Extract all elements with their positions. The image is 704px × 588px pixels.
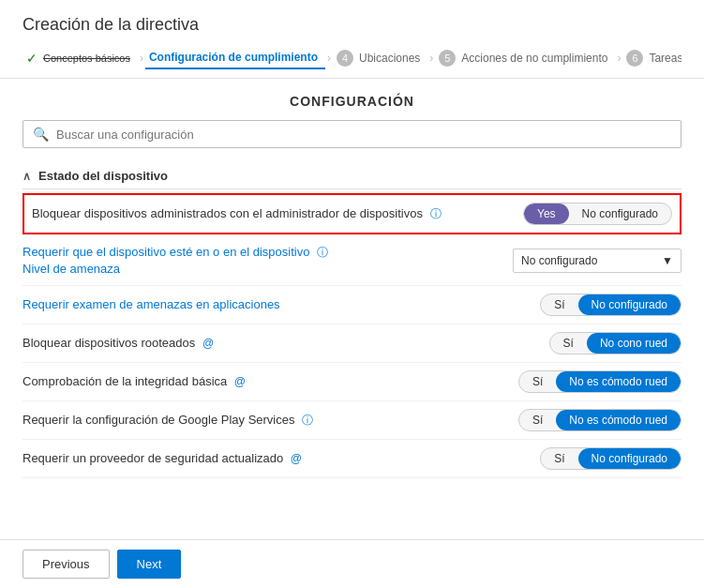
step-acciones[interactable]: 5 Acciones de no cumplimiento [435,46,615,70]
dropdown-2[interactable]: No configurado ▼ [513,249,682,273]
toggle-no-7[interactable]: No configurado [578,448,681,469]
info-icon-6[interactable]: ⓘ [302,414,313,427]
toggle-si-7[interactable]: Sí [541,448,577,469]
toggle-btn-5[interactable]: Sí No es cómodo rued [518,370,682,393]
config-label-4: Bloquear dispositivos rooteados @ [22,335,549,352]
toggle-control-6: Sí No es cómodo rued [518,409,682,431]
config-row-6: Requerir la configuración de Google Play… [22,401,682,440]
toggle-no-configurado[interactable]: No configurado [569,204,671,224]
step-tareas-num: 6 [626,50,643,67]
step-configuracion[interactable]: Configuración de cumplimiento [145,47,325,69]
step-ubicaciones-num: 4 [337,50,353,67]
group-header[interactable]: ∧ Estado del dispositivo [22,163,682,189]
config-label-6: Requerir la configuración de Google Play… [22,412,518,429]
check-icon: ✓ [26,51,37,66]
group-label: Estado del dispositivo [38,169,168,183]
step-conceptos-label: Conceptos básicos [43,53,130,64]
footer: Previous Next [0,539,704,588]
step-acciones-label: Acciones de no cumplimiento [461,52,607,65]
search-input[interactable] [56,128,671,142]
step-configuracion-label: Configuración de cumplimiento [149,51,318,64]
step-ubicaciones[interactable]: 4 Ubicaciones [333,46,427,70]
toggle-no-6[interactable]: No es cómodo rued [556,410,681,430]
toggle-btn-3[interactable]: Sí No configurado [540,294,682,316]
next-button[interactable]: Next [117,550,182,579]
wizard-steps: ✓ Conceptos básicos › Configuración de c… [22,46,682,70]
toggle-btn-4[interactable]: Sí No cono rued [549,332,682,354]
config-row-5: Comprobación de la integridad básica @ S… [22,363,682,401]
step-tareas[interactable]: 6 Tareas [622,46,682,70]
section-title: CONFIGURACIÓN [22,94,682,109]
page-header: Creación de la directiva ✓ Conceptos bás… [0,0,704,79]
toggle-btn-1[interactable]: Yes No configurado [523,203,672,225]
search-box[interactable]: 🔍 [22,120,682,148]
step-conceptos[interactable]: ✓ Conceptos básicos [22,47,138,69]
dropdown-control-2[interactable]: No configurado ▼ [513,249,682,273]
toggle-control-5: Sí No es cómodo rued [518,370,682,393]
toggle-si-3[interactable]: Sí [541,294,577,315]
step-acciones-num: 5 [439,50,456,67]
toggle-control-1: Yes No configurado [523,203,672,225]
toggle-control-3: Sí No configurado [540,294,682,316]
config-label-3: Requerir examen de amenazas en aplicacio… [22,296,540,313]
toggle-yes[interactable]: Yes [524,204,569,224]
config-label-5: Comprobación de la integridad básica @ [22,373,518,390]
dropdown-2-value: No configurado [521,254,597,267]
toggle-no-3[interactable]: No configurado [578,294,681,315]
toggle-btn-7[interactable]: Sí No configurado [540,447,682,470]
previous-button[interactable]: Previous [22,550,110,579]
step-divider-2: › [325,52,333,65]
toggle-si-5[interactable]: Sí [519,371,556,392]
toggle-si-4[interactable]: Sí [550,333,587,354]
config-row-4: Bloquear dispositivos rooteados @ Sí No … [22,324,682,363]
step-divider-4: › [615,52,622,65]
step-tareas-label: Tareas [649,52,682,65]
step-divider-3: › [427,52,435,65]
config-label-1: Bloquear dispositivos administrados con … [32,205,523,222]
main-content: CONFIGURACIÓN 🔍 ∧ Estado del dispositivo… [0,79,704,539]
toggle-control-4: Sí No cono rued [549,332,682,354]
page-container: Creación de la directiva ✓ Conceptos bás… [0,0,704,588]
step-ubicaciones-label: Ubicaciones [359,52,420,65]
config-row-3: Requerir examen de amenazas en aplicacio… [22,286,682,324]
toggle-btn-6[interactable]: Sí No es cómodo rued [518,409,682,431]
device-state-group: ∧ Estado del dispositivo Bloquear dispos… [22,163,682,478]
config-row-2: Requerir que el dispositivo esté en o en… [22,236,682,286]
info-icon-4[interactable]: @ [202,337,214,350]
config-label-7: Requerir un proveedor de seguridad actua… [22,450,540,467]
page-title: Creación de la directiva [22,15,682,35]
toggle-no-4[interactable]: No cono rued [587,333,681,354]
toggle-no-5[interactable]: No es cómodo rued [556,371,681,392]
config-label-2: Requerir que el dispositivo esté en o en… [22,244,513,278]
info-icon-2[interactable]: ⓘ [317,246,328,259]
step-divider-1: › [138,52,145,65]
info-icon-7[interactable]: @ [291,452,302,465]
toggle-control-7: Sí No configurado [540,447,682,470]
config-row-1: Bloquear dispositivos administrados con … [22,193,682,234]
toggle-si-6[interactable]: Sí [519,410,556,430]
info-icon-5[interactable]: @ [234,375,246,388]
config-row-7: Requerir un proveedor de seguridad actua… [22,440,682,478]
search-icon: 🔍 [33,127,49,142]
info-icon-1[interactable]: ⓘ [430,207,442,220]
chevron-down-icon: ▼ [662,254,673,267]
collapse-icon: ∧ [22,170,31,183]
